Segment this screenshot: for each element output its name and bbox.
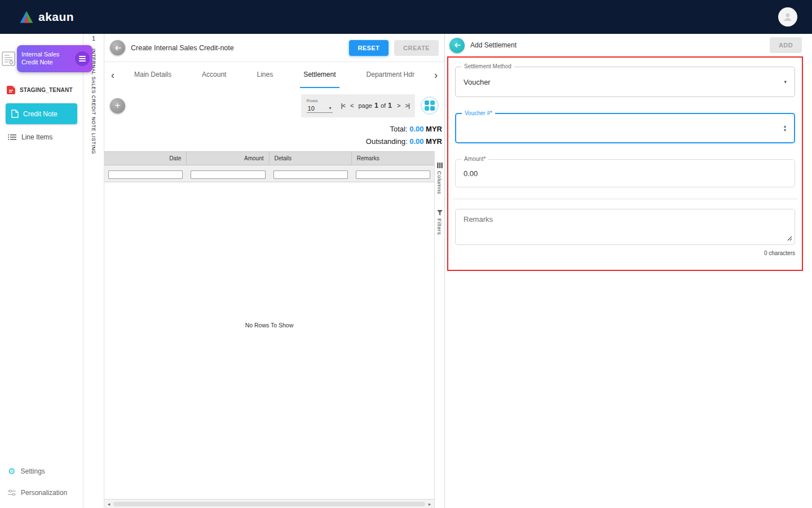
credit-note-app-icon	[0, 51, 17, 67]
chevron-down-icon: ▾	[784, 79, 787, 85]
filter-icon	[437, 210, 443, 216]
sidebar-item-settings[interactable]: ⚙ Settings	[0, 460, 83, 482]
empty-state-text: No Rows To Show	[104, 322, 434, 329]
settlement-method-value: Voucher	[464, 78, 491, 86]
sidebar-item-label: Credit Note	[23, 110, 58, 118]
of-word: of	[381, 102, 386, 109]
grid-icon	[425, 100, 429, 105]
rows-value: 10	[308, 105, 315, 112]
tab-lines[interactable]: Lines	[253, 62, 276, 88]
listing-count: 1	[92, 35, 95, 42]
page-title: Create Internal Sales Credit-note	[131, 44, 234, 52]
tab-bar: ‹ Main Details Account Lines Settlement …	[104, 62, 444, 88]
remarks-field	[455, 209, 795, 245]
tool-tab-label: Filters	[436, 218, 443, 235]
total-line: Total: 0.00 MYR	[107, 123, 442, 135]
tool-tab-label: Columns	[436, 171, 443, 194]
page-word: page	[358, 102, 372, 109]
sidebar-item-label: Line Items	[21, 133, 52, 141]
grid-view-button[interactable]	[421, 97, 439, 115]
voucher-field[interactable]: Voucher #* ▴▾	[455, 113, 795, 143]
page-indicator: page 1 of 1	[358, 102, 392, 110]
amount-field[interactable]: Amount*	[455, 159, 795, 187]
prev-page-icon[interactable]: <	[350, 102, 353, 109]
sidebar-item-label: Settings	[20, 467, 45, 475]
sidebar-item-tenant[interactable]: STAGING_TENANT	[0, 80, 83, 100]
column-header-remarks[interactable]: Remarks	[352, 152, 434, 165]
reset-button[interactable]: RESET	[349, 40, 389, 56]
scrollbar-thumb[interactable]	[113, 502, 425, 506]
panel-back-button[interactable]	[449, 38, 465, 53]
back-button[interactable]	[110, 40, 125, 55]
first-page-icon[interactable]: |<	[341, 102, 346, 109]
amount-label: Amount*	[461, 156, 488, 162]
tabs-scroll-left-icon[interactable]: ‹	[107, 62, 119, 88]
settlement-method-select[interactable]: Settlement Method Voucher ▾	[455, 67, 795, 97]
total-value: 0.00	[409, 125, 423, 133]
settlement-table-zone: Date Amount Details Remarks No Rows To S…	[104, 151, 444, 508]
resize-handle-icon[interactable]	[787, 236, 792, 241]
column-header-date[interactable]: Date	[104, 152, 187, 165]
next-page-icon[interactable]: >	[397, 102, 400, 109]
table-header-row: Date Amount Details Remarks	[104, 152, 434, 165]
scroll-right-icon[interactable]: ▸	[427, 501, 433, 507]
tab-department-hdr[interactable]: Department Hdr	[363, 62, 418, 88]
filter-amount-input[interactable]	[191, 170, 265, 179]
settlement-toolbar: + Rows 10 ▾ |< < page 1 of 1	[104, 88, 444, 123]
add-settlement-row-button[interactable]: +	[110, 98, 125, 113]
columns-icon	[437, 163, 443, 168]
scroll-left-icon[interactable]: ◂	[106, 501, 112, 507]
sidebar-item-label: Personalization	[21, 489, 67, 497]
menu-toggle-icon[interactable]	[75, 51, 90, 66]
rows-label: Rows	[307, 98, 333, 103]
total-currency: MYR	[426, 125, 442, 133]
tab-main-details[interactable]: Main Details	[131, 62, 175, 88]
tab-account[interactable]: Account	[198, 62, 230, 88]
tool-tab-columns[interactable]: Columns	[436, 163, 443, 194]
tabs-scroll-right-icon[interactable]: ›	[430, 62, 442, 88]
tenant-icon	[7, 86, 15, 94]
arrow-left-icon	[114, 44, 122, 52]
voucher-input[interactable]	[464, 124, 784, 133]
page-total: 1	[388, 102, 392, 110]
sidebar-module-internal-sales-credit-note[interactable]: Internal Sales Credit Note	[0, 45, 92, 72]
horizontal-scrollbar[interactable]: ◂ ▸	[104, 499, 434, 508]
sliders-icon	[8, 489, 16, 496]
sidebar-item-credit-note[interactable]: Credit Note	[6, 103, 77, 124]
grid-tool-tabs: Columns Filters	[434, 151, 444, 508]
person-icon	[782, 11, 793, 23]
column-header-amount[interactable]: Amount	[187, 152, 269, 165]
amount-input[interactable]	[464, 169, 787, 178]
outstanding-label: Outstanding:	[366, 137, 408, 146]
rows-per-page-select[interactable]: Rows 10 ▾	[307, 98, 333, 113]
gear-icon: ⚙	[8, 467, 15, 475]
filter-date-input[interactable]	[108, 170, 183, 179]
create-button[interactable]: CREATE	[394, 40, 439, 56]
document-icon	[11, 110, 19, 118]
user-avatar[interactable]	[778, 7, 797, 27]
outstanding-line: Outstanding: 0.00 MYR	[107, 135, 442, 148]
filter-details-input[interactable]	[273, 170, 348, 179]
listing-strip[interactable]: 1 INTERNAL SALES CREDIT NOTE LISTING	[83, 34, 104, 508]
outstanding-currency: MYR	[426, 137, 442, 146]
table-body: No Rows To Show	[104, 182, 434, 499]
filter-remarks-input[interactable]	[356, 170, 430, 179]
create-credit-note-panel: Create Internal Sales Credit-note RESET …	[104, 34, 445, 508]
outstanding-value: 0.00	[409, 137, 423, 146]
panel-title: Add Settlement	[470, 41, 517, 49]
top-app-bar: akaun	[0, 0, 812, 34]
form-divider	[453, 199, 797, 199]
number-spinner-icon[interactable]: ▴▾	[784, 124, 786, 132]
list-icon	[8, 134, 16, 141]
sidebar: Internal Sales Credit Note STAGING_TENAN…	[0, 34, 83, 508]
add-button[interactable]: ADD	[770, 37, 802, 53]
sidebar-item-line-items[interactable]: Line Items	[0, 126, 83, 148]
last-page-icon[interactable]: >|	[405, 102, 409, 109]
column-header-details[interactable]: Details	[270, 152, 352, 165]
remarks-input[interactable]	[455, 209, 795, 245]
brand-logo: akaun	[19, 10, 74, 24]
sidebar-item-personalization[interactable]: Personalization	[0, 482, 83, 503]
tool-tab-filters[interactable]: Filters	[436, 210, 443, 235]
tab-settlement[interactable]: Settlement	[300, 62, 339, 88]
module-pill[interactable]: Internal Sales Credit Note	[17, 45, 92, 72]
